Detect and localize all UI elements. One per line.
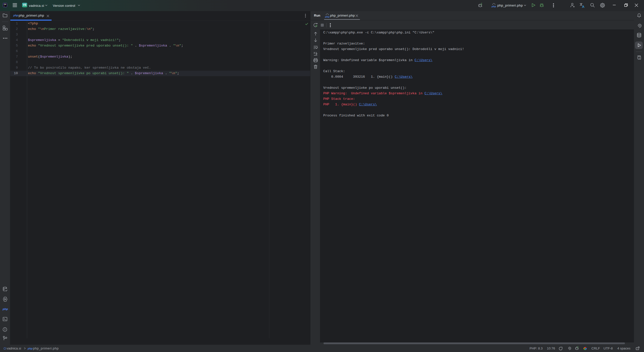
svg-text:php: php: [325, 15, 330, 18]
svg-text:php: php: [491, 5, 496, 8]
svg-text:A: A: [582, 5, 585, 8]
svg-text:A: A: [638, 57, 640, 59]
